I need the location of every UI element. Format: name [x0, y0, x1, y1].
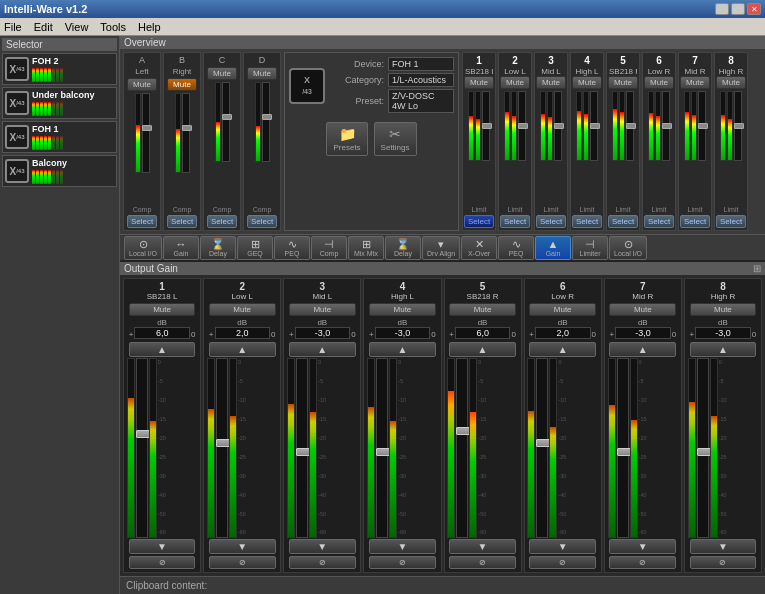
- fader-knob-rc-4[interactable]: [590, 123, 600, 129]
- mute-btn-rc-7[interactable]: Mute: [680, 76, 710, 89]
- fader-knob-B[interactable]: [182, 125, 192, 131]
- tool-btn-local-i/o-0[interactable]: ⊙ Local I/O: [124, 236, 162, 260]
- mute-btn-B[interactable]: Mute: [167, 78, 197, 91]
- fader-track-rc-6[interactable]: [662, 91, 670, 161]
- select-btn-rc-2[interactable]: Select: [500, 215, 530, 228]
- mute-btn-A[interactable]: Mute: [127, 78, 157, 91]
- out-fader-track-3[interactable]: [296, 358, 308, 538]
- out-fader-knob-3[interactable]: [296, 448, 310, 456]
- out-fader-track-7[interactable]: [617, 358, 629, 538]
- out-mute-1[interactable]: Mute: [129, 303, 196, 316]
- tool-btn-peq-4[interactable]: ∿ PEQ: [274, 236, 310, 260]
- out-fader-knob-1[interactable]: [136, 430, 150, 438]
- fader-knob-rc-8[interactable]: [734, 123, 744, 129]
- mute-btn-rc-2[interactable]: Mute: [500, 76, 530, 89]
- out-reset-4[interactable]: ⊘: [369, 556, 436, 569]
- fader-knob-rc-2[interactable]: [518, 123, 528, 129]
- out-fader-knob-8[interactable]: [697, 448, 711, 456]
- select-btn-rc-6[interactable]: Select: [644, 215, 674, 228]
- fader-track-A[interactable]: [142, 93, 150, 173]
- fader-knob-rc-1[interactable]: [482, 123, 492, 129]
- tool-btn-x-over-9[interactable]: ✕ X-Over: [461, 236, 497, 260]
- fader-track-B[interactable]: [182, 93, 190, 173]
- fader-knob-C[interactable]: [222, 114, 232, 120]
- fader-track-rc-8[interactable]: [734, 91, 742, 161]
- out-down-6[interactable]: ▼: [529, 539, 596, 554]
- selector-item-3[interactable]: X/43 Balcony: [2, 155, 117, 187]
- out-down-7[interactable]: ▼: [609, 539, 676, 554]
- tool-btn-mix-mtx-6[interactable]: ⊞ Mix Mtx: [348, 236, 384, 260]
- tool-btn-gain-1[interactable]: ↔ Gain: [163, 236, 199, 260]
- select-btn-rc-5[interactable]: Select: [608, 215, 638, 228]
- maximize-button[interactable]: □: [731, 3, 745, 15]
- out-reset-3[interactable]: ⊘: [289, 556, 356, 569]
- out-down-1[interactable]: ▼: [129, 539, 196, 554]
- mute-btn-D[interactable]: Mute: [247, 67, 277, 80]
- fader-knob-D[interactable]: [262, 114, 272, 120]
- out-mute-6[interactable]: Mute: [529, 303, 596, 316]
- presets-button[interactable]: 📁 Presets: [326, 122, 367, 156]
- out-mute-3[interactable]: Mute: [289, 303, 356, 316]
- menu-item-file[interactable]: File: [4, 21, 22, 33]
- mute-btn-rc-6[interactable]: Mute: [644, 76, 674, 89]
- out-fader-knob-7[interactable]: [617, 448, 631, 456]
- out-reset-5[interactable]: ⊘: [449, 556, 516, 569]
- out-reset-2[interactable]: ⊘: [209, 556, 276, 569]
- tool-btn-comp-5[interactable]: ⊣ Comp: [311, 236, 347, 260]
- mute-btn-C[interactable]: Mute: [207, 67, 237, 80]
- expand-button[interactable]: ⊞: [753, 263, 761, 274]
- out-reset-1[interactable]: ⊘: [129, 556, 196, 569]
- tool-btn-delay-2[interactable]: ⌛ Delay: [200, 236, 236, 260]
- out-reset-7[interactable]: ⊘: [609, 556, 676, 569]
- out-fader-knob-2[interactable]: [216, 439, 230, 447]
- close-button[interactable]: ✕: [747, 3, 761, 15]
- selector-item-0[interactable]: X/43 FOH 2: [2, 53, 117, 85]
- fader-track-rc-1[interactable]: [482, 91, 490, 161]
- fader-knob-A[interactable]: [142, 125, 152, 131]
- out-down-8[interactable]: ▼: [690, 539, 757, 554]
- out-mute-4[interactable]: Mute: [369, 303, 436, 316]
- menu-item-edit[interactable]: Edit: [34, 21, 53, 33]
- mute-btn-rc-5[interactable]: Mute: [608, 76, 638, 89]
- fader-knob-rc-5[interactable]: [626, 123, 636, 129]
- fader-knob-rc-6[interactable]: [662, 123, 672, 129]
- select-btn-rc-8[interactable]: Select: [716, 215, 746, 228]
- tool-btn-limiter-12[interactable]: ⊣ Limiter: [572, 236, 608, 260]
- out-fader-track-5[interactable]: [456, 358, 468, 538]
- select-btn-rc-7[interactable]: Select: [680, 215, 710, 228]
- tool-btn-delay-7[interactable]: ⌛ Delay: [385, 236, 421, 260]
- menu-item-tools[interactable]: Tools: [100, 21, 126, 33]
- out-down-2[interactable]: ▼: [209, 539, 276, 554]
- fader-track-rc-3[interactable]: [554, 91, 562, 161]
- out-up-1[interactable]: ▲: [129, 342, 196, 357]
- select-btn-C[interactable]: Select: [207, 215, 237, 228]
- out-mute-7[interactable]: Mute: [609, 303, 676, 316]
- select-btn-D[interactable]: Select: [247, 215, 277, 228]
- tool-btn-gain-11[interactable]: ▲ Gain: [535, 236, 571, 260]
- select-btn-A[interactable]: Select: [127, 215, 157, 228]
- settings-button[interactable]: ✂ Settings: [374, 122, 417, 156]
- out-up-5[interactable]: ▲: [449, 342, 516, 357]
- tool-btn-drv-align-8[interactable]: ▾ Drv Align: [422, 236, 460, 260]
- menu-item-view[interactable]: View: [65, 21, 89, 33]
- minimize-button[interactable]: _: [715, 3, 729, 15]
- out-up-6[interactable]: ▲: [529, 342, 596, 357]
- mute-btn-rc-1[interactable]: Mute: [464, 76, 494, 89]
- tool-btn-geq-3[interactable]: ⊞ GEQ: [237, 236, 273, 260]
- out-fader-knob-4[interactable]: [376, 448, 390, 456]
- fader-knob-rc-3[interactable]: [554, 123, 564, 129]
- tool-btn-local-i/o-13[interactable]: ⊙ Local I/O: [609, 236, 647, 260]
- mute-btn-rc-4[interactable]: Mute: [572, 76, 602, 89]
- select-btn-B[interactable]: Select: [167, 215, 197, 228]
- out-up-7[interactable]: ▲: [609, 342, 676, 357]
- out-up-3[interactable]: ▲: [289, 342, 356, 357]
- out-fader-knob-6[interactable]: [536, 439, 550, 447]
- out-down-5[interactable]: ▼: [449, 539, 516, 554]
- out-up-4[interactable]: ▲: [369, 342, 436, 357]
- out-fader-track-2[interactable]: [216, 358, 228, 538]
- out-down-4[interactable]: ▼: [369, 539, 436, 554]
- select-btn-rc-3[interactable]: Select: [536, 215, 566, 228]
- menu-item-help[interactable]: Help: [138, 21, 161, 33]
- out-mute-2[interactable]: Mute: [209, 303, 276, 316]
- mute-btn-rc-3[interactable]: Mute: [536, 76, 566, 89]
